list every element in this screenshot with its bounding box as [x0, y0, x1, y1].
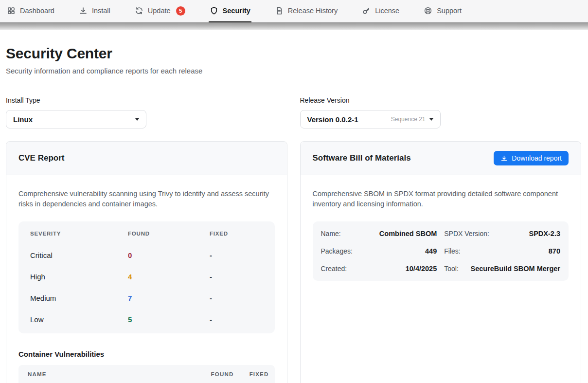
nav-item-license[interactable]: License: [361, 0, 400, 22]
table-row: High 4 -: [18, 266, 275, 287]
sbom-card-body: Comprehensive SBOM in SPDX format provid…: [301, 175, 581, 294]
table-row: Medium 7 -: [18, 287, 275, 309]
col-severity: SEVERITY: [30, 231, 128, 237]
severity-table-header: SEVERITY FOUND FIXED: [18, 223, 275, 244]
download-icon: [500, 155, 508, 162]
severity-name: Critical: [30, 251, 128, 259]
info-label: Files:: [444, 247, 460, 255]
info-label: Tool:: [444, 265, 459, 273]
nav-shadow-band: [0, 22, 588, 30]
cve-card-title: CVE Report: [18, 153, 64, 163]
col-name: NAME: [28, 371, 189, 377]
key-icon: [362, 6, 371, 15]
found-count: 7: [128, 294, 210, 302]
nav-label: Security: [223, 7, 250, 15]
container-vulnerabilities-title: Container Vulnerabilities: [18, 350, 275, 358]
info-value: 870: [549, 247, 560, 255]
col-fixed: FIXED: [210, 231, 263, 237]
info-value: 10/4/2025: [406, 265, 437, 273]
release-version-value: Version 0.0.2-1: [307, 115, 358, 124]
severity-name: Low: [30, 315, 128, 324]
page-content: Security Center Security information and…: [0, 45, 588, 383]
release-version-label: Release Version: [300, 96, 582, 104]
sbom-description: Comprehensive SBOM in SPDX format provid…: [313, 189, 569, 209]
info-label: Name:: [321, 230, 341, 237]
cve-description: Comprehensive vulnerability scanning usi…: [18, 189, 275, 209]
download-report-label: Download report: [512, 154, 562, 162]
severity-table: SEVERITY FOUND FIXED Critical 0 - High 4…: [18, 221, 275, 333]
release-version-select[interactable]: Version 0.0.2-1 Sequence 21: [300, 110, 441, 128]
nav-item-update[interactable]: Update 5: [134, 0, 186, 22]
fixed-count: -: [210, 251, 263, 259]
info-value: 449: [425, 247, 437, 255]
page-title: Security Center: [6, 45, 581, 62]
release-version-field: Release Version Version 0.0.2-1 Sequence…: [300, 96, 582, 128]
nav-item-dashboard[interactable]: Dashboard: [6, 0, 55, 22]
download-icon: [79, 6, 88, 15]
nav-label: License: [375, 7, 399, 15]
filters-row: Install Type Linux Release Version Versi…: [6, 96, 581, 128]
top-navigation: Dashboard Install Update 5 Security Rele…: [0, 0, 588, 22]
shield-icon: [210, 6, 218, 15]
fixed-count: -: [210, 273, 263, 281]
sbom-card: Software Bill of Materials Download repo…: [300, 141, 582, 383]
nav-label: Update: [148, 7, 171, 15]
table-row: Low 5 -: [18, 309, 275, 330]
sbom-info-item: SPDX Version: SPDX-2.3: [444, 225, 560, 242]
download-report-button[interactable]: Download report: [494, 151, 569, 165]
nav-label: Dashboard: [20, 7, 54, 15]
nav-item-support[interactable]: Support: [423, 0, 463, 22]
install-type-label: Install Type: [6, 96, 287, 104]
cve-card-header: CVE Report: [6, 142, 287, 175]
fixed-count: -: [210, 315, 263, 324]
table-row: Critical 0 -: [18, 244, 275, 266]
col-fixed: FIXED: [234, 371, 269, 377]
severity-name: Medium: [30, 294, 128, 302]
info-value: SPDX-2.3: [529, 230, 560, 237]
severity-name: High: [30, 273, 128, 281]
nav-item-security[interactable]: Security: [209, 0, 251, 22]
info-label: Packages:: [321, 247, 353, 255]
nav-item-install[interactable]: Install: [78, 0, 111, 22]
found-count: 5: [128, 315, 210, 324]
dashboard-grid-icon: [7, 6, 16, 15]
cards-row: CVE Report Comprehensive vulnerability s…: [6, 141, 581, 383]
nav-item-release-history[interactable]: Release History: [274, 0, 339, 22]
found-count: 4: [128, 273, 210, 281]
col-found: FOUND: [128, 231, 210, 237]
document-icon: [275, 6, 284, 15]
refresh-icon: [135, 6, 143, 15]
sbom-info-item: Files: 870: [444, 242, 560, 260]
cve-report-card: CVE Report Comprehensive vulnerability s…: [6, 141, 287, 383]
sbom-info-item: Name: Combined SBOM: [321, 225, 437, 242]
sbom-info-item: Packages: 449: [321, 242, 437, 260]
nav-label: Install: [92, 7, 110, 15]
install-type-select[interactable]: Linux: [6, 110, 146, 128]
sbom-card-title: Software Bill of Materials: [313, 153, 411, 163]
sbom-info-item: Tool: SecureBuild SBOM Merger: [444, 260, 560, 277]
nav-label: Release History: [288, 7, 338, 15]
col-found: FOUND: [189, 371, 234, 377]
lifebuoy-icon: [424, 6, 432, 15]
update-count-badge: 5: [176, 6, 185, 16]
chevron-down-icon: [429, 118, 433, 121]
release-sequence-text: Sequence 21: [391, 116, 426, 123]
chevron-down-icon: [135, 118, 139, 121]
sbom-card-header: Software Bill of Materials Download repo…: [301, 142, 581, 175]
found-count: 0: [128, 251, 210, 259]
info-value: Combined SBOM: [379, 230, 437, 237]
container-vulnerabilities-table-header: NAME FOUND FIXED: [18, 365, 275, 383]
install-type-field: Install Type Linux: [6, 96, 287, 128]
fixed-count: -: [210, 294, 263, 302]
info-label: SPDX Version:: [444, 230, 489, 237]
nav-label: Support: [437, 7, 462, 15]
page-subtitle: Security information and compliance repo…: [6, 67, 581, 75]
sbom-info-item: Created: 10/4/2025: [321, 260, 437, 277]
info-value: SecureBuild SBOM Merger: [470, 265, 560, 273]
info-label: Created:: [321, 265, 347, 273]
cve-card-body: Comprehensive vulnerability scanning usi…: [6, 175, 287, 383]
sbom-info-panel: Name: Combined SBOM SPDX Version: SPDX-2…: [313, 221, 569, 281]
install-type-value: Linux: [13, 115, 33, 124]
